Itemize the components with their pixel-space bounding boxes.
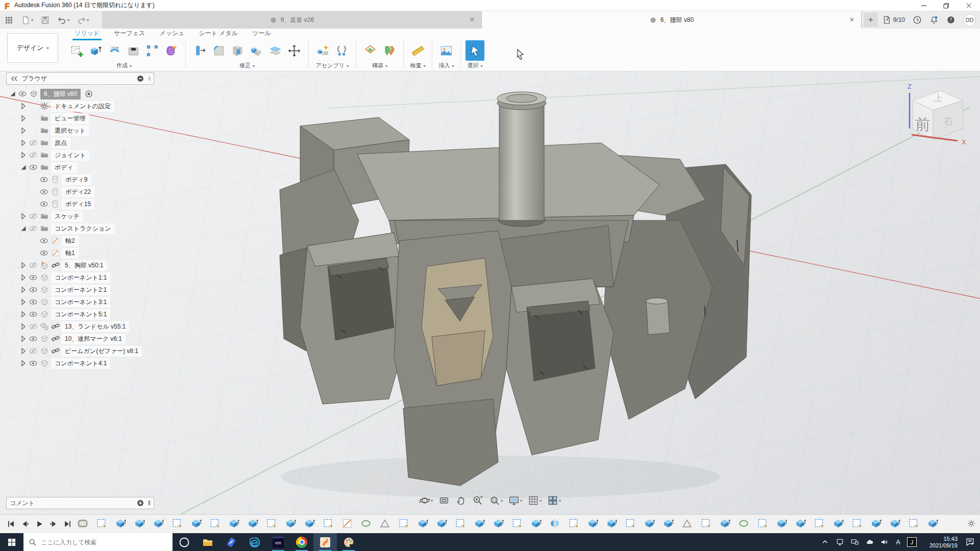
plus-circle-icon[interactable] [136,498,145,508]
taskbar-app-paint[interactable] [337,533,360,551]
share-button[interactable]: 9/10 [882,15,905,24]
browser-item-label[interactable]: コンポーネント4:1 [51,358,110,369]
extrude-button[interactable] [86,40,105,61]
timeline-feature-triangle[interactable] [681,518,693,530]
document-tab-1[interactable]: 6、腰部 v80✕ [482,11,862,29]
timeline-feature-extrude[interactable] [775,518,787,530]
timeline-feature-extrude[interactable] [416,518,428,530]
timeline-feature-extrude[interactable] [228,518,239,530]
timeline-feature-link[interactable] [77,518,88,530]
app-grid-button[interactable] [2,13,16,27]
panel-grip[interactable]: ‖ [148,499,151,507]
view-cube[interactable]: 上 前 右 Z X [897,78,974,154]
redo-button[interactable]: ▾ [75,13,91,27]
browser-item-14[interactable]: 5、胸部 v50:1 [6,259,154,271]
browser-item-0[interactable]: 6、腰部 v80 [6,88,154,100]
pan-button[interactable] [454,494,468,507]
hole-button[interactable] [124,40,143,61]
minimize-button[interactable] [913,0,935,11]
search-input[interactable] [41,539,167,546]
timeline-feature-extrude[interactable] [605,518,617,530]
pattern-button[interactable] [143,40,162,61]
timeline-feature-sketch[interactable] [398,518,409,530]
timeline-feature-extrude[interactable] [133,518,145,530]
skip-start-button[interactable] [4,517,17,531]
timeline-feature-extrude[interactable] [586,518,598,530]
taskbar-clock[interactable]: 15:43 2021/09/19 [919,533,960,551]
construct-plane-button[interactable] [361,40,380,61]
timeline-feature-extrude[interactable] [719,518,730,530]
start-button[interactable] [0,533,23,551]
tab-close-icon[interactable]: ✕ [468,16,476,24]
timeline-feature-sketch[interactable] [171,518,183,530]
taskbar-app-file-explorer[interactable] [196,533,219,551]
browser-item-2[interactable]: ビュー管理 [6,112,154,124]
browser-item-label[interactable]: ジョイント [51,150,89,161]
taskbar-app-cortana[interactable] [173,533,196,551]
tab-mesh[interactable]: メッシュ [159,29,184,39]
browser-item-19[interactable]: 13、ランドセル v55:1 [6,320,154,333]
timeline-feature-sketch[interactable] [813,518,825,530]
timeline-feature-extrude[interactable] [303,518,315,530]
timeline-feature-extrude[interactable] [247,518,258,530]
ime-mode-indicator[interactable]: A [891,533,905,551]
browser-item-label[interactable]: コンポーネント1:1 [51,272,110,283]
timeline-feature-sketch[interactable] [624,518,636,530]
timeline-feature-sketch[interactable] [511,518,523,530]
ime-lang-button[interactable]: J [905,533,919,551]
revolve-button[interactable] [105,40,124,61]
timeline-feature-extrude[interactable] [435,518,447,530]
tab-close-icon[interactable]: ✕ [848,16,856,24]
browser-item-label[interactable]: 5、胸部 v50:1 [61,260,107,271]
browser-item-label[interactable]: 10、連邦マーク v6:1 [61,334,126,344]
joint-button[interactable] [332,40,351,61]
orbit-button[interactable]: ▾ [418,494,434,507]
tab-solid[interactable]: ソリッド [75,29,100,39]
look-at-button[interactable] [437,494,451,507]
timeline-feature-axis[interactable] [341,518,353,530]
browser-item-6[interactable]: ボディ [6,161,154,173]
ribbon-group-label[interactable]: 修正 ▾ [239,62,255,69]
maximize-button[interactable] [935,0,958,11]
taskbar-search[interactable] [23,533,173,551]
taskbar-app-chrome[interactable] [290,533,313,551]
timeline-feature-extrude[interactable] [190,518,202,530]
browser-item-label[interactable]: 原点 [51,138,70,148]
timeline-feature-sketch[interactable] [265,518,277,530]
timeline-feature-sketch[interactable] [851,518,863,530]
browser-item-label[interactable]: 選択セット [51,126,89,136]
browser-item-label[interactable]: ボディ22 [62,187,94,197]
browser-item-label[interactable]: 軸2 [62,236,79,246]
timeline-feature-extrude[interactable] [889,518,900,530]
browser-item-3[interactable]: 選択セット [6,124,154,137]
timeline-feature-extrude[interactable] [870,518,881,530]
tray-chevron-up-button[interactable] [818,533,832,551]
action-center-button[interactable] [960,533,980,551]
browser-item-label[interactable]: 13、ランドセル v55:1 [61,321,129,332]
timeline-feature-sketch[interactable] [95,518,107,530]
new-tab-button[interactable]: + [864,13,878,27]
browser-item-label[interactable]: ボディ15 [62,199,94,210]
close-button[interactable] [958,0,980,11]
timeline-feature-extrude[interactable] [492,518,504,530]
fillet-button[interactable] [209,40,228,61]
browser-item-label[interactable]: 6、腰部 v80 [40,89,81,99]
timeline-feature-sketch[interactable] [568,518,579,530]
save-button[interactable] [38,13,52,27]
document-tab-0[interactable]: 9、足首 v26✕ [102,11,482,29]
measure-button[interactable] [408,40,427,61]
timeline-feature-mirror[interactable] [549,518,560,530]
move-button[interactable] [285,40,304,61]
offset-button[interactable] [266,40,285,61]
browser-item-label[interactable]: コンストラクション [51,223,115,234]
notifications-button[interactable] [929,15,939,24]
timeline-feature-circle[interactable] [738,518,749,530]
file-button[interactable]: ▾ [19,13,35,27]
tray-tablet-pc-button[interactable] [833,533,847,551]
panel-grip[interactable]: ‖ [148,76,151,82]
undo-button[interactable]: ▾ [55,13,71,27]
timeline-feature-sketch[interactable] [756,518,768,530]
collapse-left-icon[interactable] [10,74,19,83]
browser-item-label[interactable]: コンポーネント3:1 [51,297,110,308]
job-status-button[interactable] [913,15,922,24]
